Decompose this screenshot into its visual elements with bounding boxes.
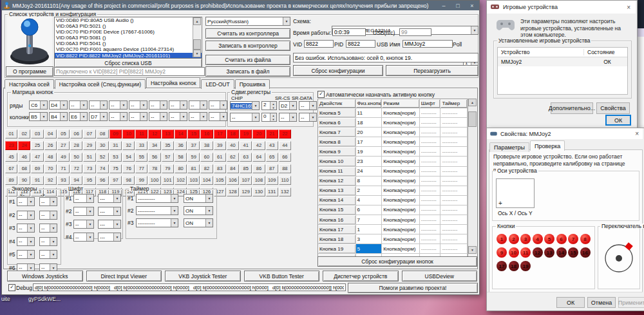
chevron-down-icon[interactable]: ▼ xyxy=(180,113,187,120)
physical-button-cell[interactable]: 60 xyxy=(200,153,213,162)
chevron-down-icon[interactable]: ▼ xyxy=(140,101,147,109)
debug-checkbox[interactable]: ✓ xyxy=(8,284,15,291)
chevron-down-icon[interactable]: ▼ xyxy=(120,101,127,109)
chevron-down-icon[interactable]: ▼ xyxy=(86,195,93,202)
physical-button-cell[interactable]: 17 xyxy=(214,129,226,138)
button-table-name-cell[interactable]: Кнопка 14 xyxy=(318,196,356,205)
encoder-right-combobox[interactable]: --▼ xyxy=(39,250,57,259)
physical-button-cell[interactable]: 81 xyxy=(187,164,200,173)
chevron-down-icon[interactable]: ▼ xyxy=(100,113,107,120)
chevron-down-icon[interactable]: ▼ xyxy=(200,101,207,109)
physical-button-cell[interactable]: 61 xyxy=(214,153,226,162)
sr-cs-combobox[interactable]: --▼ xyxy=(279,113,297,122)
scrollbar-thumb[interactable] xyxy=(468,111,477,127)
button-table-cell[interactable]: --------- xyxy=(440,244,468,254)
device-list-item[interactable]: VID:0C70 PID:F001 aquaero Device (11004-… xyxy=(55,46,202,52)
button-table-cell[interactable]: --------- xyxy=(440,108,468,118)
matrix-row-pin-combobox[interactable]: --▼ xyxy=(189,100,207,110)
button-table-cell[interactable]: 20 xyxy=(356,128,383,137)
button-table-cell[interactable]: Кнопка(норм) xyxy=(382,186,420,196)
physical-button-cell[interactable]: 29 xyxy=(83,141,95,150)
props-apply-button[interactable]: Применить xyxy=(618,297,644,308)
matrix-col-pin-combobox[interactable]: --▼ xyxy=(169,112,187,121)
button-table-cell[interactable]: Кнопка(норм) xyxy=(382,215,420,225)
button-table-cell[interactable]: Кнопка(норм) xyxy=(382,118,420,128)
sr-count-spinner[interactable]: 0▲▼ xyxy=(261,113,277,122)
button-table-cell[interactable]: Кнопка(норм) xyxy=(382,157,420,166)
physical-button-cell[interactable]: 21 xyxy=(266,129,278,138)
physical-button-cell[interactable]: 45 xyxy=(5,153,17,162)
reset-usb-list-button[interactable]: Сброс списка USB xyxy=(54,58,202,68)
device-list-item[interactable]: VID:0C70 PID:F00E Device (17667-61006) xyxy=(55,29,202,35)
button-table-cell[interactable]: Кнопка(норм) xyxy=(382,225,420,234)
button-table-cell[interactable]: Кнопка(норм) xyxy=(382,205,420,215)
language-combobox[interactable]: Русский(Russian) ▼ xyxy=(205,17,290,26)
write-to-file-button[interactable]: Записать в файл xyxy=(205,66,290,77)
button-table-cell[interactable]: 7 xyxy=(356,215,383,225)
physical-button-cell[interactable]: 98 xyxy=(122,176,135,185)
button-table-row[interactable]: Кнопка 1023Кнопка(норм)-----------------… xyxy=(318,157,468,166)
physical-button-cell[interactable]: 13 xyxy=(162,129,174,138)
button-table-cell[interactable]: --------- xyxy=(440,177,468,186)
physical-button-cell[interactable]: 102 xyxy=(175,176,187,185)
timer-mode-combobox[interactable]: ON▼ xyxy=(184,218,213,227)
device-list[interactable]: VID:0DB0 PID:80A5 USB Audio ()VID:06A3 P… xyxy=(54,17,202,59)
write-to-controller-button[interactable]: Записать в контроллер xyxy=(205,41,290,51)
timer-source-combobox[interactable]: ----------▼ xyxy=(136,206,178,215)
physical-button-cell[interactable]: 16 xyxy=(200,129,213,138)
tab-3[interactable]: Настройка кнопок xyxy=(146,77,200,88)
physical-button-cell[interactable]: 50 xyxy=(70,153,82,162)
chevron-down-icon[interactable]: ▼ xyxy=(80,101,87,109)
physical-button-cell[interactable]: 09 xyxy=(109,129,122,138)
encoder-right-combobox[interactable]: --▼ xyxy=(39,211,57,220)
timer-mode-combobox[interactable]: ON▼ xyxy=(184,206,213,215)
chevron-down-icon[interactable]: ▼ xyxy=(200,113,207,120)
physical-button-cell[interactable]: 38 xyxy=(200,141,213,150)
button-table-cell[interactable]: --------- xyxy=(440,137,468,147)
shift-source-combobox[interactable]: --▼ xyxy=(73,207,94,216)
chevron-down-icon[interactable]: ▼ xyxy=(50,251,57,258)
shift-target-combobox[interactable]: ---▼ xyxy=(98,207,121,216)
chevron-down-icon[interactable]: ▼ xyxy=(27,224,34,232)
sr-chip-combobox[interactable]: --▼ xyxy=(230,113,260,122)
physical-button-cell[interactable]: 05 xyxy=(57,129,70,138)
button-table-row[interactable]: Кнопка 511Кнопка(норм)------------------ xyxy=(318,108,468,118)
button-table-cell[interactable]: --------- xyxy=(420,196,441,205)
chevron-down-icon[interactable]: ▼ xyxy=(50,198,57,205)
physical-button-cell[interactable]: 90 xyxy=(18,176,30,185)
physical-button-cell[interactable]: 64 xyxy=(252,153,265,162)
chevron-down-icon[interactable]: ▼ xyxy=(180,101,187,109)
button-table-column-header[interactable]: Режим xyxy=(382,99,420,108)
chevron-down-icon[interactable]: ▼ xyxy=(86,233,93,241)
matrix-row-pin-combobox[interactable]: --▼ xyxy=(149,100,167,110)
chevron-down-icon[interactable]: ▼ xyxy=(100,101,107,109)
physical-button-cell[interactable]: 74 xyxy=(97,164,109,173)
pid-field[interactable] xyxy=(346,40,375,48)
chevron-down-icon[interactable]: ▼ xyxy=(220,101,227,109)
physical-button-cell[interactable]: 35 xyxy=(162,141,174,150)
chevron-down-icon[interactable]: ▼ xyxy=(205,195,213,202)
physical-button-cell[interactable]: 66 xyxy=(279,153,291,162)
encoder-left-combobox[interactable]: --▼ xyxy=(17,197,35,206)
physical-button-cell[interactable]: 131 xyxy=(266,187,278,196)
physical-button-cell[interactable]: 71 xyxy=(57,164,70,173)
chevron-down-icon[interactable]: ▼ xyxy=(309,113,316,121)
physical-button-cell[interactable]: 43 xyxy=(266,141,278,150)
chevron-down-icon[interactable]: ▼ xyxy=(27,251,34,258)
sr-count-spinner-arrows[interactable]: ▲▼ xyxy=(270,102,276,110)
button-table-cell[interactable]: --------- xyxy=(440,157,468,166)
button-table-cell[interactable]: --------- xyxy=(420,167,441,177)
encoder-right-combobox[interactable]: --▼ xyxy=(39,237,57,246)
read-from-controller-button[interactable]: Считать из контроллера xyxy=(205,28,290,39)
button-table-name-cell[interactable]: Кнопка 8 xyxy=(318,137,356,147)
physical-button-cell[interactable]: 56 xyxy=(148,153,160,162)
physical-button-cell[interactable]: 20 xyxy=(252,129,265,138)
physical-button-cell[interactable]: 06 xyxy=(70,129,82,138)
physical-button-cell[interactable]: 36 xyxy=(175,141,187,150)
matrix-col-pin-combobox[interactable]: B5▼ xyxy=(29,112,48,121)
gc-ok-button[interactable]: ОК xyxy=(605,115,631,126)
chevron-down-icon[interactable]: ▼ xyxy=(289,113,296,121)
device-list-item[interactable]: VID:06A3 PID:5041 () xyxy=(55,41,202,46)
close-icon[interactable]: × xyxy=(635,130,639,137)
physical-button-cell[interactable]: 52 xyxy=(97,153,109,162)
